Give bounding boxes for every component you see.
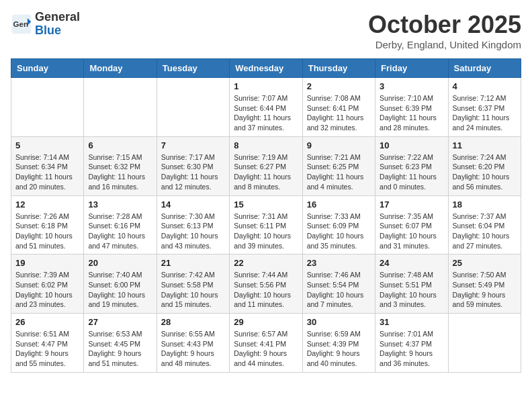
calendar-cell: 12Sunrise: 7:26 AM Sunset: 6:18 PM Dayli…	[11, 195, 84, 255]
calendar-cell: 2Sunrise: 7:08 AM Sunset: 6:41 PM Daylig…	[302, 78, 375, 137]
calendar-cell: 29Sunrise: 6:57 AM Sunset: 4:41 PM Dayli…	[230, 314, 302, 373]
day-info: Sunrise: 7:19 AM Sunset: 6:27 PM Dayligh…	[234, 152, 298, 192]
calendar-cell: 16Sunrise: 7:33 AM Sunset: 6:09 PM Dayli…	[302, 195, 375, 255]
day-info: Sunrise: 7:26 AM Sunset: 6:18 PM Dayligh…	[15, 212, 79, 251]
calendar-week-row: 12Sunrise: 7:26 AM Sunset: 6:18 PM Dayli…	[11, 195, 521, 255]
calendar-cell	[448, 314, 521, 373]
calendar-cell: 10Sunrise: 7:22 AM Sunset: 6:23 PM Dayli…	[375, 136, 448, 195]
day-number: 18	[453, 199, 517, 210]
calendar-cell: 21Sunrise: 7:42 AM Sunset: 5:58 PM Dayli…	[157, 255, 229, 314]
day-number: 31	[380, 317, 443, 327]
day-info: Sunrise: 7:33 AM Sunset: 6:09 PM Dayligh…	[307, 212, 371, 251]
day-info: Sunrise: 7:44 AM Sunset: 5:56 PM Dayligh…	[234, 270, 298, 310]
weekday-header-thursday: Thursday	[302, 59, 375, 78]
day-number: 23	[307, 258, 371, 268]
day-info: Sunrise: 7:22 AM Sunset: 6:23 PM Dayligh…	[380, 152, 443, 192]
day-info: Sunrise: 7:50 AM Sunset: 5:49 PM Dayligh…	[453, 270, 517, 310]
day-info: Sunrise: 6:51 AM Sunset: 4:47 PM Dayligh…	[15, 329, 79, 369]
calendar-cell: 31Sunrise: 7:01 AM Sunset: 4:37 PM Dayli…	[375, 314, 448, 373]
logo: Gen General Blue	[11, 11, 80, 38]
day-number: 5	[15, 140, 79, 150]
day-number: 16	[307, 199, 371, 210]
day-number: 29	[234, 317, 298, 327]
logo-text: General Blue	[35, 11, 80, 38]
calendar-cell: 4Sunrise: 7:12 AM Sunset: 6:37 PM Daylig…	[448, 78, 521, 137]
day-info: Sunrise: 6:55 AM Sunset: 4:43 PM Dayligh…	[161, 329, 225, 369]
month-title: October 2025	[368, 11, 521, 39]
svg-text:Gen: Gen	[13, 19, 28, 28]
page-header: Gen General Blue October 2025 Derby, Eng…	[11, 11, 521, 50]
weekday-header-wednesday: Wednesday	[230, 59, 302, 78]
calendar-cell: 15Sunrise: 7:31 AM Sunset: 6:11 PM Dayli…	[230, 195, 302, 255]
day-number: 14	[161, 199, 225, 210]
day-info: Sunrise: 6:53 AM Sunset: 4:45 PM Dayligh…	[88, 329, 152, 369]
day-number: 10	[380, 140, 443, 150]
calendar-cell: 8Sunrise: 7:19 AM Sunset: 6:27 PM Daylig…	[230, 136, 302, 195]
day-info: Sunrise: 7:15 AM Sunset: 6:32 PM Dayligh…	[88, 152, 152, 192]
calendar-week-row: 19Sunrise: 7:39 AM Sunset: 6:02 PM Dayli…	[11, 255, 521, 314]
logo-general-text: General	[35, 11, 80, 24]
day-number: 26	[15, 317, 79, 327]
day-info: Sunrise: 7:01 AM Sunset: 4:37 PM Dayligh…	[380, 329, 443, 369]
logo-icon: Gen	[11, 13, 32, 35]
day-info: Sunrise: 7:30 AM Sunset: 6:13 PM Dayligh…	[161, 212, 225, 251]
day-number: 2	[307, 81, 371, 91]
calendar-cell: 26Sunrise: 6:51 AM Sunset: 4:47 PM Dayli…	[11, 314, 84, 373]
weekday-header-sunday: Sunday	[11, 59, 84, 78]
day-number: 11	[453, 140, 517, 150]
day-number: 24	[380, 258, 443, 268]
day-info: Sunrise: 7:07 AM Sunset: 6:44 PM Dayligh…	[234, 93, 298, 133]
day-number: 1	[234, 81, 298, 91]
day-info: Sunrise: 7:21 AM Sunset: 6:25 PM Dayligh…	[307, 152, 371, 192]
day-number: 8	[234, 140, 298, 150]
day-number: 30	[307, 317, 371, 327]
day-number: 28	[161, 317, 225, 327]
calendar-week-row: 26Sunrise: 6:51 AM Sunset: 4:47 PM Dayli…	[11, 314, 521, 373]
day-number: 13	[88, 199, 152, 210]
calendar-cell: 11Sunrise: 7:24 AM Sunset: 6:20 PM Dayli…	[448, 136, 521, 195]
day-number: 20	[88, 258, 152, 268]
calendar-cell: 3Sunrise: 7:10 AM Sunset: 6:39 PM Daylig…	[375, 78, 448, 137]
day-number: 7	[161, 140, 225, 150]
calendar-cell: 18Sunrise: 7:37 AM Sunset: 6:04 PM Dayli…	[448, 195, 521, 255]
day-number: 21	[161, 258, 225, 268]
day-info: Sunrise: 7:10 AM Sunset: 6:39 PM Dayligh…	[380, 93, 443, 133]
calendar-cell: 19Sunrise: 7:39 AM Sunset: 6:02 PM Dayli…	[11, 255, 84, 314]
calendar-cell: 5Sunrise: 7:14 AM Sunset: 6:34 PM Daylig…	[11, 136, 84, 195]
day-info: Sunrise: 7:24 AM Sunset: 6:20 PM Dayligh…	[453, 152, 517, 192]
day-info: Sunrise: 7:35 AM Sunset: 6:07 PM Dayligh…	[380, 212, 443, 251]
day-number: 25	[453, 258, 517, 268]
calendar-week-row: 5Sunrise: 7:14 AM Sunset: 6:34 PM Daylig…	[11, 136, 521, 195]
calendar-cell: 23Sunrise: 7:46 AM Sunset: 5:54 PM Dayli…	[302, 255, 375, 314]
day-number: 6	[88, 140, 152, 150]
day-info: Sunrise: 7:12 AM Sunset: 6:37 PM Dayligh…	[453, 93, 517, 133]
calendar-cell: 14Sunrise: 7:30 AM Sunset: 6:13 PM Dayli…	[157, 195, 229, 255]
calendar-cell: 7Sunrise: 7:17 AM Sunset: 6:30 PM Daylig…	[157, 136, 229, 195]
calendar-cell: 30Sunrise: 6:59 AM Sunset: 4:39 PM Dayli…	[302, 314, 375, 373]
day-info: Sunrise: 7:08 AM Sunset: 6:41 PM Dayligh…	[307, 93, 371, 133]
day-info: Sunrise: 7:39 AM Sunset: 6:02 PM Dayligh…	[15, 270, 79, 310]
calendar-cell: 1Sunrise: 7:07 AM Sunset: 6:44 PM Daylig…	[230, 78, 302, 137]
calendar-cell: 20Sunrise: 7:40 AM Sunset: 6:00 PM Dayli…	[84, 255, 157, 314]
calendar-cell	[11, 78, 84, 137]
calendar-cell: 6Sunrise: 7:15 AM Sunset: 6:32 PM Daylig…	[84, 136, 157, 195]
day-number: 9	[307, 140, 371, 150]
calendar-cell: 25Sunrise: 7:50 AM Sunset: 5:49 PM Dayli…	[448, 255, 521, 314]
weekday-header-saturday: Saturday	[448, 59, 521, 78]
weekday-header-row: SundayMondayTuesdayWednesdayThursdayFrid…	[11, 59, 521, 78]
day-info: Sunrise: 7:14 AM Sunset: 6:34 PM Dayligh…	[15, 152, 79, 192]
logo-blue-text: Blue	[35, 24, 80, 38]
day-info: Sunrise: 7:48 AM Sunset: 5:51 PM Dayligh…	[380, 270, 443, 310]
day-number: 15	[234, 199, 298, 210]
day-number: 17	[380, 199, 443, 210]
day-number: 12	[15, 199, 79, 210]
day-number: 19	[15, 258, 79, 268]
day-info: Sunrise: 6:57 AM Sunset: 4:41 PM Dayligh…	[234, 329, 298, 369]
calendar-cell: 17Sunrise: 7:35 AM Sunset: 6:07 PM Dayli…	[375, 195, 448, 255]
calendar-cell	[157, 78, 229, 137]
calendar-cell: 24Sunrise: 7:48 AM Sunset: 5:51 PM Dayli…	[375, 255, 448, 314]
day-info: Sunrise: 7:46 AM Sunset: 5:54 PM Dayligh…	[307, 270, 371, 310]
day-number: 3	[380, 81, 443, 91]
calendar-cell	[84, 78, 157, 137]
day-info: Sunrise: 7:28 AM Sunset: 6:16 PM Dayligh…	[88, 212, 152, 251]
